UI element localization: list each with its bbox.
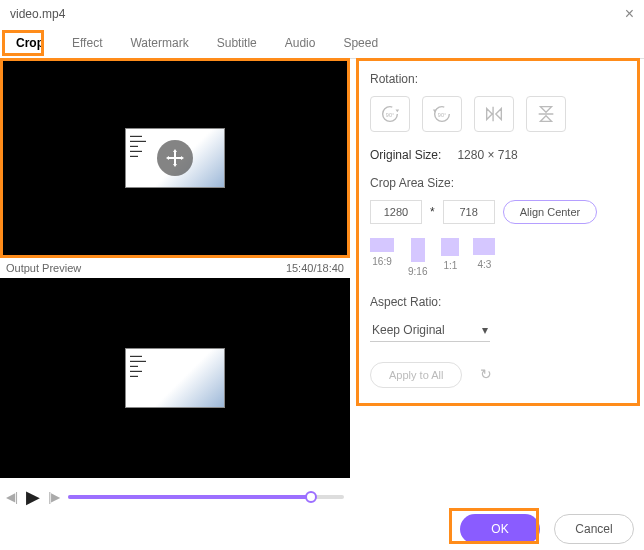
ratio-16-9[interactable]: 16:9 [370,238,394,277]
ratio-1-1[interactable]: 1:1 [441,238,459,277]
aspect-ratio-select[interactable]: Keep Original ▾ [370,319,490,342]
crop-height-input[interactable] [443,200,495,224]
tab-effect[interactable]: Effect [58,28,116,58]
align-center-button[interactable]: Align Center [503,200,598,224]
apply-to-all-button[interactable]: Apply to All [370,362,462,388]
tab-crop[interactable]: Crop [2,28,58,58]
play-icon[interactable]: ▶ [26,486,40,508]
tab-subtitle[interactable]: Subtitle [203,28,271,58]
output-preview-label: Output Preview [6,262,81,274]
output-thumbnail: ▬▬▬▬▬▬▬▬▬▬▬▬▬▬ [125,348,225,408]
titlebar: video.mp4 × [0,0,644,28]
file-title: video.mp4 [10,7,65,21]
crop-width-input[interactable] [370,200,422,224]
dialog-footer: OK Cancel [460,514,634,544]
seek-slider[interactable] [68,495,344,499]
tab-watermark[interactable]: Watermark [116,28,202,58]
time-display: 15:40/18:40 [286,262,344,274]
next-frame-icon[interactable]: |▶ [48,490,60,504]
rotate-ccw-icon[interactable]: 90° [422,96,462,132]
svg-text:90°: 90° [438,112,446,118]
flip-vertical-icon[interactable] [526,96,566,132]
original-size-value: 1280 × 718 [457,148,517,162]
ratio-4-3[interactable]: 4:3 [473,238,495,277]
svg-text:90°: 90° [386,112,394,118]
tab-speed[interactable]: Speed [329,28,392,58]
close-icon[interactable]: × [625,5,634,23]
chevron-down-icon: ▾ [482,323,488,337]
seek-thumb[interactable] [305,491,317,503]
tab-audio[interactable]: Audio [271,28,330,58]
flip-horizontal-icon[interactable] [474,96,514,132]
tabs: Crop Effect Watermark Subtitle Audio Spe… [0,28,644,59]
rotate-cw-icon[interactable]: 90° [370,96,410,132]
video-thumbnail[interactable]: ▬▬▬▬▬▬▬▬▬▬▬▬▬▬ [125,128,225,188]
prev-frame-icon[interactable]: ◀| [6,490,18,504]
crop-area-label: Crop Area Size: [370,176,632,190]
original-size-label: Original Size: [370,148,441,162]
move-arrows-icon[interactable] [157,140,193,176]
crop-preview[interactable]: ▬▬▬▬▬▬▬▬▬▬▬▬▬▬ [0,58,350,258]
crop-sep: * [430,205,435,219]
playback-controls: ◀| ▶ |▶ [0,478,350,516]
aspect-ratio-label: Aspect Ratio: [370,295,632,309]
output-preview: ▬▬▬▬▬▬▬▬▬▬▬▬▬▬ [0,278,350,478]
rotation-label: Rotation: [370,72,632,86]
output-bar: Output Preview 15:40/18:40 [0,258,350,278]
ok-button[interactable]: OK [460,514,540,544]
cancel-button[interactable]: Cancel [554,514,634,544]
reset-icon[interactable]: ↻ [480,366,492,382]
ratio-9-16[interactable]: 9:16 [408,238,427,277]
crop-panel: Rotation: 90° 90° Original Size: 1280 × … [356,58,640,516]
